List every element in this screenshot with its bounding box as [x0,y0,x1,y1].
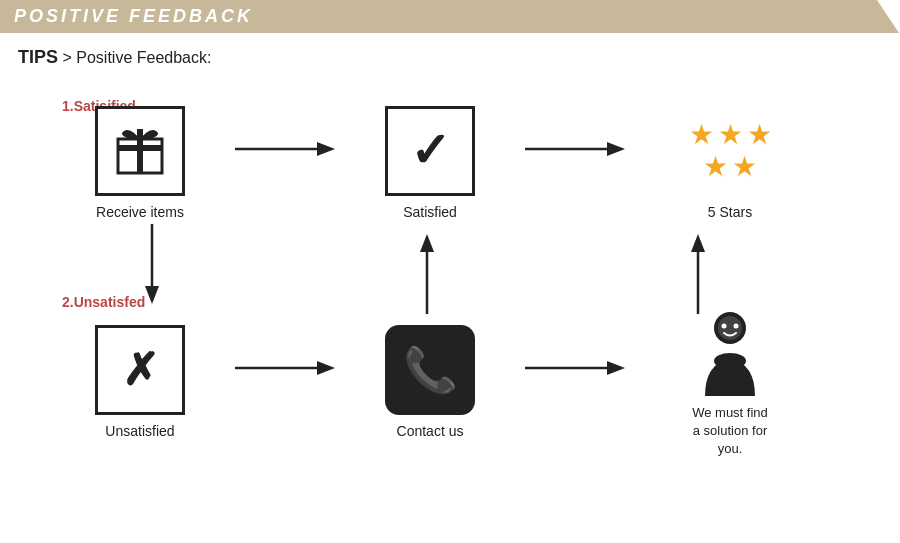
svg-point-19 [722,324,727,329]
tips-separator: > [58,49,76,66]
person-col: We must finda solution foryou. [660,306,800,459]
star-3: ★ [747,121,772,149]
arrow-up-svg [415,234,439,314]
svg-point-21 [714,353,746,369]
svg-marker-10 [420,234,434,252]
arrow-right-4-svg [525,356,625,380]
receive-items-label: Receive items [96,204,184,220]
arrow-right-2-svg [525,137,625,161]
five-stars-col: ★ ★ ★ ★ ★ 5 Stars [660,106,800,220]
svg-marker-4 [317,142,335,156]
arrow-right-3-svg [235,356,335,380]
phone-icon: 📞 [403,348,458,392]
star-1: ★ [689,121,714,149]
svg-marker-6 [607,142,625,156]
check-icon: ✓ [410,127,450,175]
x-icon: ✗ [122,348,159,392]
unsatisfied-col: ✗ Unsatisfied [80,325,200,439]
arrow-right-3 [200,356,370,380]
page-wrapper: POSITIVE FEEDBACK TIPS > Positive Feedba… [0,0,900,543]
svg-marker-12 [691,234,705,252]
stars-container: ★ ★ ★ ★ ★ [689,106,772,196]
star-2: ★ [718,121,743,149]
header-banner: POSITIVE FEEDBACK [0,0,900,33]
unsatisfied-icon-box: ✗ [95,325,185,415]
star-4: ★ [703,153,728,181]
arrow-up-right-container [686,234,710,314]
arrow-down-svg [140,224,164,304]
header-title: POSITIVE FEEDBACK [14,6,253,27]
arrow-right-2 [490,137,660,161]
svg-point-20 [734,324,739,329]
svg-marker-8 [145,286,159,304]
arrow-up-right-svg [686,234,710,314]
star-5: ★ [732,153,757,181]
solution-label: We must finda solution foryou. [692,404,768,459]
arrow-right-4 [490,356,660,380]
svg-marker-16 [607,361,625,375]
five-stars-label: 5 Stars [708,204,752,220]
receive-items-col: Receive items [80,106,200,220]
top-row: Receive items ✓ Satisfied [80,106,800,220]
arrow-up-container [415,234,439,314]
unsatisfied-label: Unsatisfied [105,423,174,439]
contact-us-label: Contact us [397,423,464,439]
receive-items-icon-box [95,106,185,196]
arrow-right-1 [200,137,370,161]
svg-rect-1 [118,145,162,151]
tips-line: TIPS > Positive Feedback: [0,33,900,76]
diagram-area: 1.Satisified 2.Unsatisfed [0,76,900,516]
bottom-row: ✗ Unsatisfied 📞 Contact us [80,306,800,459]
contact-us-col: 📞 Contact us [370,325,490,439]
tips-text: Positive Feedback: [76,49,211,66]
satisfied-icon-box: ✓ [385,106,475,196]
satisfied-label: Satisfied [403,204,457,220]
contact-us-icon-box: 📞 [385,325,475,415]
person-icon [685,306,775,396]
arrow-down-container [140,224,164,304]
tips-prefix: TIPS [18,47,58,67]
arrow-right-1-svg [235,137,335,161]
svg-marker-14 [317,361,335,375]
stars-row-2: ★ ★ [703,153,757,181]
gift-icon [110,121,170,181]
satisfied-col: ✓ Satisfied [370,106,490,220]
stars-row-1: ★ ★ ★ [689,121,772,149]
